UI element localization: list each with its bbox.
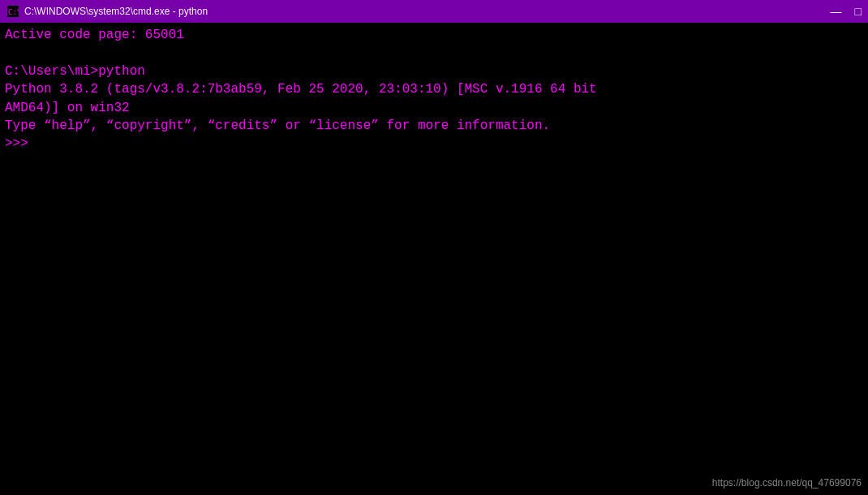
console-body[interactable]: Active code page: 65001 C:\Users\mi>pyth…: [0, 23, 868, 495]
title-bar-controls: — □: [831, 6, 862, 17]
title-bar-left: C:\ C:\WINDOWS\system32\cmd.exe - python: [6, 5, 208, 18]
maximize-button[interactable]: □: [855, 6, 862, 17]
window-title: C:\WINDOWS\system32\cmd.exe - python: [24, 6, 208, 17]
window: C:\ C:\WINDOWS\system32\cmd.exe - python…: [0, 0, 868, 495]
title-bar: C:\ C:\WINDOWS\system32\cmd.exe - python…: [0, 0, 868, 23]
url-watermark: https://blog.csdn.net/qq_47699076: [712, 477, 862, 489]
minimize-button[interactable]: —: [831, 6, 842, 17]
cmd-icon: C:\: [6, 5, 19, 18]
console-output: Active code page: 65001 C:\Users\mi>pyth…: [5, 26, 863, 153]
svg-text:C:\: C:\: [8, 8, 19, 16]
